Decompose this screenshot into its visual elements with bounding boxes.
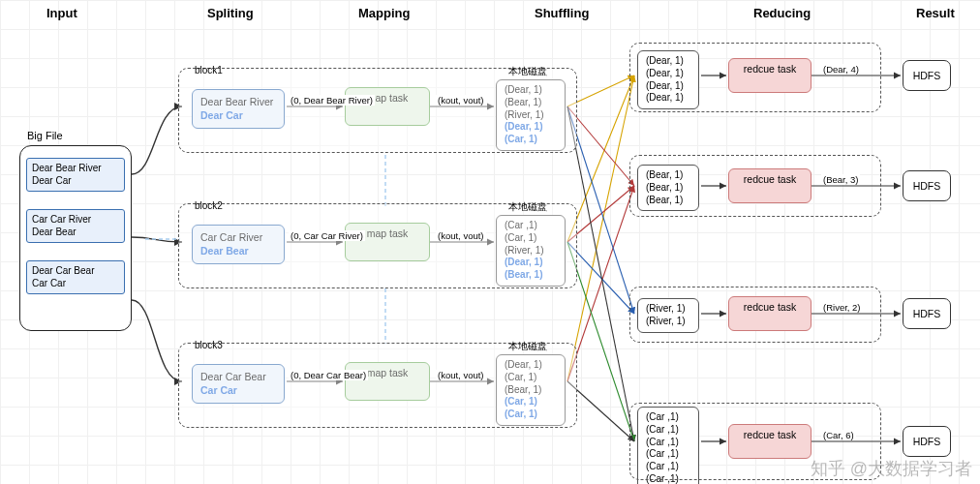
file-slice: Dear Bear River Dear Car: [26, 158, 125, 192]
file-slice: Dear Car Bear Car Car: [26, 260, 125, 294]
stage-result: Result: [916, 6, 955, 20]
stage-input: Input: [46, 6, 77, 20]
map-out-1: (kout, vout): [436, 95, 486, 106]
hdfs-car: HDFS: [903, 426, 951, 457]
localdisk-label: 本地磁盘: [508, 65, 547, 78]
stage-shuffling: Shuffling: [535, 6, 589, 20]
map-in-1: (0, Dear Bear River): [289, 95, 375, 106]
reduce-out-car: (Car, 6): [821, 430, 856, 440]
reduce-out-dear: (Dear, 4): [821, 64, 861, 75]
block3-name: block3: [193, 340, 225, 350]
bigfile-box: Dear Bear River Dear Car Car Car River D…: [19, 145, 132, 331]
stage-mapping: Mapping: [358, 6, 410, 20]
hdfs-dear: HDFS: [903, 60, 951, 91]
bigfile-label: Big File: [27, 130, 63, 141]
reduce-out-bear: (Bear, 3): [821, 174, 860, 185]
map-out-3: (kout, vout): [436, 370, 486, 380]
map-in-2: (0, Car Car River): [289, 230, 365, 241]
localdisk-label: 本地磁盘: [508, 200, 547, 214]
reduce-group-river: [629, 287, 881, 343]
watermark: 知乎 @大数据学习者: [811, 457, 972, 480]
block3-group: block3 本地磁盘: [178, 343, 577, 428]
stage-reducing: Reducing: [753, 6, 811, 20]
stage-splitting: Spliting: [207, 6, 254, 20]
reduce-group-bear: [629, 155, 881, 217]
reduce-group-dear: [629, 43, 881, 112]
localdisk-label: 本地磁盘: [508, 340, 547, 353]
block2-group: block2 本地磁盘: [178, 203, 577, 288]
block1-name: block1: [193, 65, 225, 76]
file-slice: Car Car River Dear Bear: [26, 209, 125, 243]
hdfs-bear: HDFS: [903, 170, 951, 201]
hdfs-river: HDFS: [903, 298, 951, 329]
map-in-3: (0, Dear Car Bear): [289, 370, 368, 380]
map-out-2: (kout, vout): [436, 230, 486, 241]
block1-group: block1 本地磁盘: [178, 68, 577, 153]
block2-name: block2: [193, 200, 225, 211]
reduce-out-river: (River, 2): [821, 302, 863, 313]
